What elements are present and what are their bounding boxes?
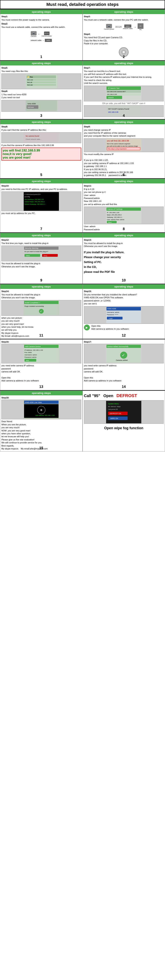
svg-text:95: Defrost / Wipe: 95: Defrost / Wipe — [108, 406, 121, 407]
svg-text:Add Camera Device: Add Camera Device — [25, 345, 41, 347]
cmd-screenshot-icon: C:\Windows\system32> ipconfig IPv4 Addre… — [24, 192, 59, 211]
plugin-install-screenshot: Security Warning Do you want to install … — [2, 246, 81, 261]
svg-text:Not in the same network segmen: Not in the same network segment — [107, 143, 130, 145]
svg-text:📁 files: 📁 files — [27, 76, 33, 78]
svg-rect-25 — [24, 133, 59, 143]
step6-text: 1.You need run ivms-42002.you need run t… — [2, 93, 81, 99]
svg-text:Search: Search — [108, 97, 114, 99]
on-pc-label: ON pc side, you will find: "HKT-SAOP" ca… — [84, 102, 164, 105]
diagram-2: 📷 Camera power DC12V switch network cabl… — [84, 22, 164, 32]
svg-text:IP: 192.168.1.133: IP: 192.168.1.133 — [107, 212, 119, 213]
cell-7-header: operating steps — [0, 179, 82, 183]
ip-found-text-2: now,it is very good! — [3, 152, 80, 156]
cell-5: operating steps Step8: If you can't find… — [0, 119, 82, 178]
defrost-label: DEFROST — [116, 393, 137, 398]
step5-text: You need copy files like this: — [2, 70, 81, 73]
step16-footer: you need write camera IP address passwor… — [2, 364, 81, 382]
svg-text:DEFROST ON: DEFROST ON — [109, 412, 121, 415]
step15-text: Do you remember that you installed the c… — [84, 293, 164, 305]
cell-8-number: 8 — [123, 227, 125, 231]
svg-text:IVMS-4200 Live View: IVMS-4200 Live View — [25, 401, 42, 403]
svg-text:No camera found: No camera found — [25, 135, 39, 137]
svg-text:This step is very important !: This step is very important ! — [108, 148, 127, 150]
step18-footer: Dear friend: When you see the picture, y… — [2, 420, 81, 450]
svg-text:Default Gateway: 192.168.1.1: Default Gateway: 192.168.1.1 — [24, 203, 45, 205]
svg-text:Port: 8000: Port: 8000 — [24, 352, 32, 353]
svg-text:Save: Save — [108, 221, 112, 223]
svg-text:you will find:192.168.0.99: you will find:192.168.0.99 — [107, 140, 129, 142]
defrost-screenshot: System Menu 95: Defrost / Wipe Call pres… — [84, 400, 164, 424]
cell-8-header: operating steps — [83, 179, 165, 183]
step11-text: If ip is 4.16 you can set phone ip C Use… — [84, 188, 164, 206]
cell-9: operating steps Step12: The first time y… — [0, 233, 82, 284]
open-label: Open — [103, 394, 113, 398]
svg-text:Username: admin: Username: admin — [107, 312, 119, 313]
cell-3-number: 3 — [40, 114, 42, 118]
file-copy-screenshot: 📁 files file1.exe file2.dll file3.dat — [2, 73, 81, 89]
cell-14-number: 14 — [122, 385, 126, 389]
step17-footer: you need write camera IP address passwor… — [84, 364, 164, 382]
cell-6-number: 6 — [123, 173, 125, 177]
cell-8: operating steps Step11: If ip is 4.16 yo… — [82, 179, 165, 232]
call-section: Call "95" Open DEFROST — [84, 392, 164, 399]
svg-text:tool.exe: tool.exe — [28, 106, 34, 108]
step2-label: Step2: — [2, 22, 81, 25]
step2-text: You must use a network cable, connect th… — [2, 25, 81, 29]
ip-change-screenshot: you will find:192.168.0.99 Not in the sa… — [84, 138, 164, 152]
cell-12: operating steps Step15: Do you remember … — [82, 284, 165, 339]
pc-ip-screenshot: C:\Windows\system32> ipconfig IPv4 Addre… — [2, 191, 81, 211]
call-label: Call "95" — [84, 394, 100, 398]
page-header: Must read, detailed operation steps — [0, 0, 165, 9]
cell-10: operating steps Step13: You must be allo… — [82, 233, 165, 284]
cell-6: operating steps Step9: you need change c… — [82, 119, 165, 178]
svg-text:System Menu: System Menu — [108, 403, 119, 405]
ivms-software-icon: IVMS-4200 Username: admin Password: ****… — [106, 307, 141, 323]
step15-label: Step15: — [84, 290, 164, 293]
cell-10-header: operating steps — [83, 233, 165, 237]
svg-text:C:\Windows\system32>: C:\Windows\system32> — [24, 194, 41, 195]
svg-text:Install Completed ✓: Install Completed ✓ — [25, 302, 41, 304]
cell-13-number: 13 — [39, 385, 43, 389]
cell-2: operating steps Step3: You must use a ne… — [82, 10, 165, 60]
step13-text: You must be allowed to install the plug-… — [84, 242, 164, 248]
svg-text:Check network cable...: Check network cable... — [25, 138, 41, 140]
client-software-screenshot: IVMS-4200 Username: admin Password: ****… — [84, 306, 164, 324]
cell-defrost: Call "95" Open DEFROST System Menu 95: D… — [82, 391, 165, 452]
cell-14: Step17: Device Added Successfully ✓ Came… — [82, 339, 165, 390]
svg-text:Device Added Successfully: Device Added Successfully — [107, 345, 129, 347]
allow-install-icon: Install Completed ✓ Plugin installed suc… — [24, 301, 59, 315]
cell-1: operating steps Step1: You must connect … — [0, 10, 82, 60]
cell-4-header: operating steps — [83, 61, 165, 65]
ip-found-text: you will find:192.168.0.99 — [3, 149, 80, 152]
svg-point-90 — [40, 409, 42, 411]
cell-15-header: operating steps — [0, 391, 82, 395]
search-tool-screenshot: IP Search Tool 192.168.0.99 Camera-HKT 1… — [84, 86, 164, 101]
svg-text:User: admin  Pass: admin: User: admin Pass: admin — [107, 219, 124, 221]
svg-text:IVMS-4200: IVMS-4200 — [107, 308, 116, 310]
cell-4: operating steps Step7: You need run tool… — [82, 61, 165, 119]
step10-footer: you must set ip address for you PC. — [2, 212, 81, 215]
add-camera-icon-13: Add Camera Device IP Address: 192.168.1.… — [24, 344, 59, 363]
open-add-row: ▶ Open thisAdd camera ip address In you … — [84, 325, 164, 331]
svg-text:Do you want to install this pl: Do you want to install this plug-in? — [24, 251, 48, 253]
svg-text:Login: Login — [109, 318, 113, 319]
cell-12-number: 12 — [122, 333, 126, 337]
open-label: Open thisAdd camera ip address In you so… — [91, 325, 129, 331]
cell-3-header: operating steps — [0, 61, 82, 65]
step6-label: Step6: — [2, 90, 81, 92]
ip-found-text-3: you are good man! — [3, 156, 80, 159]
step5-label: Step5: — [2, 67, 81, 69]
camera-add-screenshot-14: Device Added Successfully ✓ Camera onlin… — [84, 344, 164, 363]
cell-10-number: 10 — [122, 278, 126, 282]
cell-3: operating steps Step5: You need copy fil… — [0, 61, 82, 119]
camera-add-screenshot-13: Add Camera Device IP Address: 192.168.1.… — [2, 344, 81, 363]
step4-text: You need find CD,and open Camera CD.Copy… — [84, 36, 164, 45]
plugin-failure-text: If you install the plug-in failure. Plea… — [84, 250, 164, 275]
step3-text: You must use a network cable, connect th… — [84, 18, 164, 21]
cell-2-number: 2 — [123, 55, 125, 59]
svg-text:Add: Add — [26, 360, 29, 361]
svg-text:file3.dat: file3.dat — [27, 84, 33, 86]
defrost-icon: System Menu 95: Defrost / Wipe Call pres… — [106, 401, 141, 423]
cell-5-header: operating steps — [0, 120, 82, 124]
cell-5-number: 5 — [40, 173, 42, 177]
